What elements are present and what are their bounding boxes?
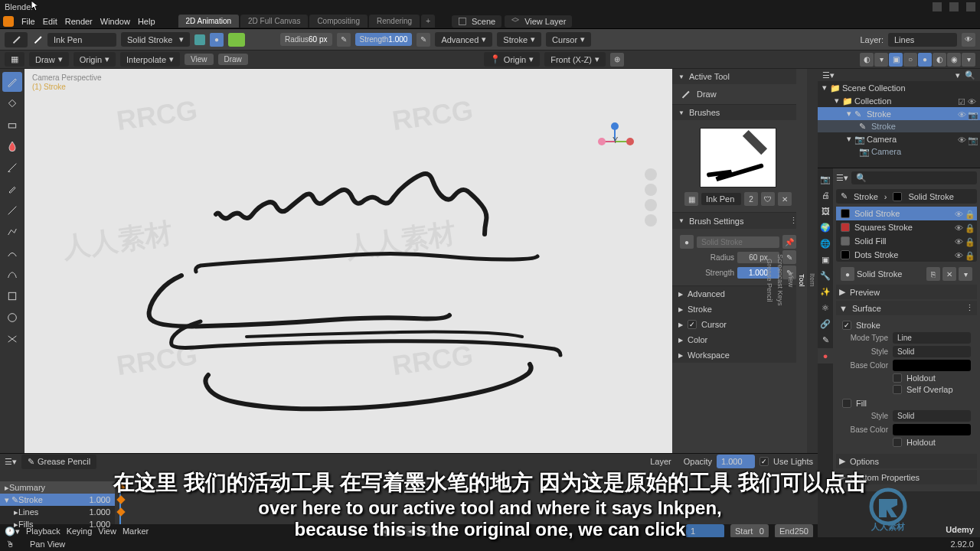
- tool-polyline[interactable]: [2, 222, 22, 242]
- material-browse-icon[interactable]: ●: [841, 267, 854, 281]
- tool-interpolate[interactable]: [2, 329, 22, 349]
- channel-lines[interactable]: ▸Lines1.000: [0, 506, 115, 518]
- strength-field[interactable]: Strength1.000: [355, 33, 413, 46]
- minimize-icon[interactable]: [933, 2, 942, 11]
- keying-menu[interactable]: Keying: [67, 527, 93, 536]
- origin-dropdown[interactable]: Origin ▾: [74, 52, 116, 67]
- brush-material-icon[interactable]: ●: [680, 235, 694, 249]
- dopesheet-mode-dropdown[interactable]: ✎ Grease Pencil: [21, 455, 96, 469]
- tool-circle[interactable]: [2, 308, 22, 328]
- tool-fill[interactable]: [2, 93, 22, 113]
- tool-draw[interactable]: [2, 72, 22, 92]
- layer-selector[interactable]: Lines: [888, 33, 957, 47]
- play-reverse-button[interactable]: ◀: [404, 526, 416, 536]
- viewlayer-selector[interactable]: View Layer: [505, 15, 572, 28]
- self-overlap-checkbox[interactable]: [893, 385, 902, 394]
- editor-type-dropdown[interactable]: ▦: [5, 52, 24, 67]
- mode-dropdown[interactable]: [5, 32, 28, 47]
- view-menu[interactable]: View: [185, 54, 214, 65]
- keyframe-prev-button[interactable]: ◀|: [390, 526, 403, 536]
- stroke-dropdown[interactable]: Stroke ▾: [497, 32, 541, 47]
- tl-opacity-field[interactable]: 1.000: [717, 455, 755, 468]
- end-frame-field[interactable]: End250: [775, 524, 813, 538]
- outliner-stroke-data[interactable]: ✎Stroke: [818, 120, 980, 132]
- outliner-filter-icon[interactable]: ▾: [956, 70, 960, 80]
- shading-material[interactable]: ◐: [933, 53, 946, 67]
- base-color-field[interactable]: [893, 360, 971, 371]
- overlay-dropdown[interactable]: ▾: [874, 53, 888, 67]
- shading-dropdown[interactable]: ▾: [962, 53, 975, 67]
- prop-tab-world[interactable]: 🌐: [818, 236, 833, 251]
- tab-tool[interactable]: Tool: [796, 69, 807, 491]
- brush-users-count[interactable]: 2: [744, 192, 758, 206]
- menu-window[interactable]: Window: [100, 17, 130, 26]
- material-selector[interactable]: Solid Stroke▾: [121, 32, 190, 47]
- mat-lock-icon[interactable]: 🔒: [965, 251, 972, 259]
- hide-toggle-icon[interactable]: 👁: [958, 135, 965, 143]
- tab-2d-full-canvas[interactable]: 2D Full Canvas: [240, 15, 308, 28]
- fill-style-field[interactable]: Solid: [893, 410, 971, 422]
- stroke-placement-dropdown[interactable]: 📍 Origin ▾: [484, 52, 540, 67]
- advanced-dropdown[interactable]: Advanced ▾: [435, 32, 492, 47]
- strength-pressure-toggle[interactable]: ✎: [416, 33, 430, 47]
- brush-datablock-icon[interactable]: ▦: [684, 192, 698, 206]
- cursor-checkbox[interactable]: [688, 320, 697, 329]
- prop-tab-physics[interactable]: ⚛: [818, 300, 833, 315]
- shading-rendered[interactable]: ◉: [947, 53, 961, 67]
- xray-toggle[interactable]: ▣: [889, 53, 903, 67]
- tool-curve[interactable]: [2, 265, 22, 285]
- tool-line[interactable]: [2, 201, 22, 220]
- scene-selector[interactable]: Scene: [452, 15, 501, 28]
- tab-2d-animation[interactable]: 2D Animation: [178, 15, 239, 28]
- keyframe-icon[interactable]: [116, 507, 125, 516]
- outliner-scene-collection[interactable]: ▾📁Scene Collection: [818, 81, 980, 94]
- style-field[interactable]: Solid: [893, 346, 971, 357]
- mat-hide-icon[interactable]: 👁: [955, 223, 962, 231]
- fill-checkbox[interactable]: [842, 399, 851, 408]
- link-material-toggle[interactable]: [194, 34, 205, 45]
- outliner-stroke[interactable]: ▾✎Stroke👁📷: [818, 107, 980, 120]
- material-unlink-icon[interactable]: ✕: [942, 267, 956, 281]
- overlay-toggle[interactable]: ◐: [860, 53, 874, 67]
- channel-stroke[interactable]: ▾ ✎Stroke1.000: [0, 494, 115, 506]
- drawing-plane-dropdown[interactable]: Front (X-Z) ▾: [544, 52, 606, 67]
- current-frame-field[interactable]: 1: [686, 524, 724, 538]
- holdout-checkbox[interactable]: [893, 373, 902, 383]
- tool-erase[interactable]: [2, 115, 22, 135]
- surface-header[interactable]: ▼Surface⋮: [836, 301, 977, 315]
- brush-preview[interactable]: [700, 128, 776, 187]
- outliner-search-icon[interactable]: 🔍: [965, 70, 975, 80]
- menu-help[interactable]: Help: [138, 17, 155, 26]
- shading-solid[interactable]: ●: [918, 53, 932, 67]
- dopesheet-type-icon[interactable]: ☰▾: [5, 457, 17, 467]
- jump-end-button[interactable]: ▶|: [446, 526, 458, 536]
- prop-tab-data[interactable]: ✎: [818, 332, 833, 347]
- mat-hide-icon[interactable]: 👁: [955, 251, 962, 259]
- outliner-type-icon[interactable]: ☰▾: [822, 70, 835, 80]
- mode-type-field[interactable]: Line: [893, 332, 971, 344]
- prop-tab-scene[interactable]: 🌍: [818, 220, 833, 235]
- outliner-collection[interactable]: ▾📁Collection☑👁: [818, 94, 980, 107]
- use-lights-checkbox[interactable]: [760, 457, 769, 466]
- blender-logo-icon[interactable]: [3, 16, 14, 27]
- radius-field[interactable]: Radius60 px: [280, 33, 332, 46]
- tool-arc[interactable]: [2, 243, 22, 263]
- prop-tab-modifiers[interactable]: 🔧: [818, 268, 833, 283]
- material-breadcrumb[interactable]: ✎Stroke›Solid Stroke: [836, 189, 977, 204]
- mat-lock-icon[interactable]: 🔒: [965, 210, 972, 217]
- prop-tab-viewlayer[interactable]: 🖼: [818, 204, 833, 219]
- material-item-dots[interactable]: Dots Stroke👁🔒: [836, 248, 977, 262]
- custom-props-header[interactable]: ▶Custom Properties: [836, 470, 977, 484]
- close-icon[interactable]: [966, 2, 975, 11]
- channel-summary[interactable]: ▸Summary: [0, 481, 115, 494]
- disable-toggle-icon[interactable]: 📷: [968, 110, 975, 118]
- prop-tab-object[interactable]: ▣: [818, 252, 833, 267]
- surface-menu-icon[interactable]: ⋮: [965, 303, 974, 313]
- prop-tab-material[interactable]: ●: [818, 348, 833, 364]
- guide-toggle[interactable]: ⊕: [610, 53, 624, 67]
- jump-start-button[interactable]: |◀: [377, 526, 389, 536]
- props-type-icon[interactable]: ☰▾: [836, 173, 848, 183]
- shading-wireframe[interactable]: ○: [903, 53, 917, 67]
- draw-mode-dropdown[interactable]: Draw ▾: [29, 52, 69, 67]
- props-search[interactable]: 🔍: [851, 171, 977, 184]
